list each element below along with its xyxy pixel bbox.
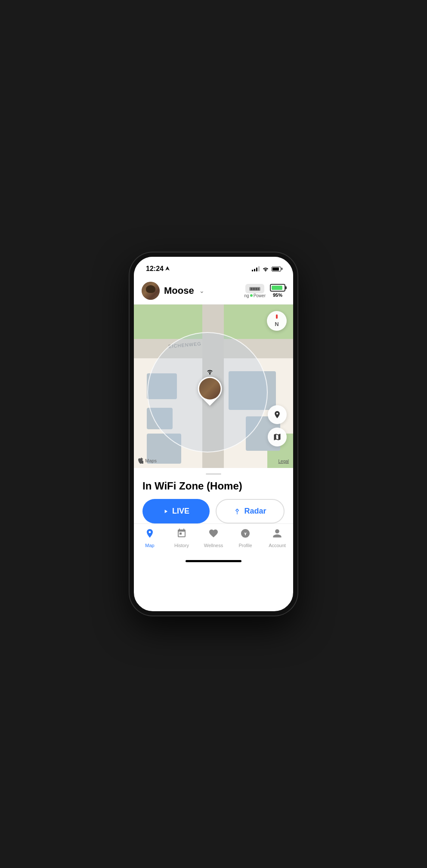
home-indicator	[134, 557, 293, 565]
status-bar: 12:24	[134, 257, 293, 278]
nav-label-profile: Profile	[238, 543, 252, 548]
status-icons	[252, 266, 281, 271]
nav-item-account[interactable]: Account	[261, 528, 293, 548]
bottom-panel: In WiFi Zone (Home) LIVE Radar	[134, 468, 293, 523]
svg-rect-4	[258, 287, 259, 290]
app-header: Moose ⌄ ng Power	[134, 278, 293, 305]
legal-link[interactable]: Legal	[278, 459, 289, 464]
nav-item-history[interactable]: History	[166, 528, 198, 548]
time-display: 12:24	[146, 265, 164, 273]
account-nav-icon	[272, 528, 282, 541]
phone-frame: 12:24 Moose	[130, 252, 297, 616]
marker-bubble	[193, 372, 227, 406]
nav-item-wellness[interactable]: Wellness	[198, 528, 229, 548]
map-actions	[268, 405, 287, 446]
wifi-signal-icon	[205, 369, 215, 376]
nav-item-map[interactable]: Map	[134, 528, 166, 548]
compass-label: N	[275, 321, 278, 327]
map-nav-icon	[145, 528, 155, 541]
live-arrow-icon	[163, 508, 169, 514]
nav-label-history: History	[174, 543, 189, 548]
svg-rect-1	[251, 287, 252, 290]
header-right: ng Power 95%	[244, 284, 285, 298]
battery-icon	[272, 267, 281, 271]
nav-label-account: Account	[269, 543, 286, 548]
battery-status: 95%	[270, 284, 285, 298]
bottom-nav: Map History Wellness	[134, 523, 293, 557]
wellness-nav-icon	[208, 528, 219, 541]
signal-bars-icon	[252, 266, 260, 271]
profile-tab-icon	[240, 528, 251, 539]
pet-marker[interactable]	[198, 369, 222, 401]
pet-name: Moose	[164, 285, 194, 296]
location-arrow-icon	[165, 266, 170, 271]
chevron-down-icon[interactable]: ⌄	[199, 287, 204, 294]
map-type-button[interactable]	[268, 428, 287, 446]
home-bar	[186, 560, 241, 562]
history-nav-icon	[176, 528, 187, 541]
battery-visual-icon	[270, 284, 285, 292]
location-pin-icon	[273, 410, 282, 419]
svg-rect-2	[253, 287, 255, 290]
profile-nav-icon	[240, 528, 251, 541]
nav-label-map: Map	[145, 543, 154, 548]
chip-icon	[249, 286, 261, 292]
wifi-signal-svg	[205, 369, 215, 375]
pet-selector[interactable]: Moose ⌄	[142, 282, 204, 300]
map-tab-icon	[145, 528, 155, 539]
apple-logo-icon	[138, 458, 143, 464]
history-tab-icon	[176, 528, 187, 539]
pull-indicator	[206, 473, 221, 475]
location-button[interactable]	[268, 405, 287, 424]
live-button[interactable]: LIVE	[142, 499, 210, 523]
map-layers-icon	[273, 433, 282, 441]
status-time: 12:24	[146, 265, 170, 273]
nav-label-wellness: Wellness	[204, 543, 223, 548]
maps-attribution: Maps	[138, 458, 157, 464]
svg-point-5	[244, 530, 247, 533]
compass[interactable]: N	[267, 311, 287, 331]
wifi-icon	[262, 266, 269, 271]
radar-button-label: Radar	[244, 507, 266, 516]
action-buttons: LIVE Radar	[142, 499, 285, 523]
battery-percentage: 95%	[273, 292, 282, 298]
device-chip	[245, 284, 264, 293]
nav-item-profile[interactable]: Profile	[229, 528, 261, 548]
pet-avatar	[142, 282, 160, 300]
live-button-label: LIVE	[172, 507, 189, 516]
maps-brand-label: Maps	[145, 458, 157, 463]
power-status: ng Power	[244, 293, 266, 298]
account-tab-icon	[272, 528, 282, 539]
radar-button[interactable]: Radar	[216, 499, 285, 523]
svg-rect-3	[256, 287, 257, 290]
compass-arrow-icon	[276, 314, 278, 319]
radar-bluetooth-icon	[234, 508, 241, 515]
map-container[interactable]: EICHENWEG N	[134, 305, 293, 468]
location-status-text: In WiFi Zone (Home)	[142, 480, 285, 492]
wellness-tab-icon	[208, 528, 219, 539]
